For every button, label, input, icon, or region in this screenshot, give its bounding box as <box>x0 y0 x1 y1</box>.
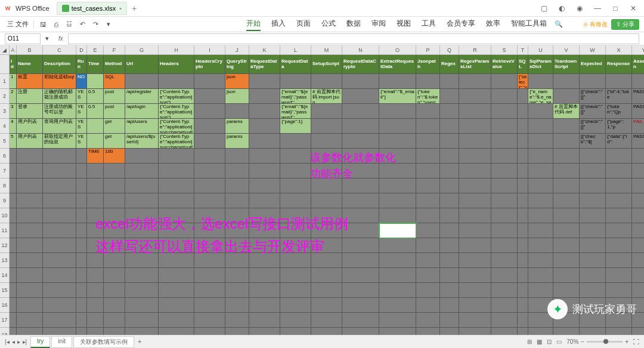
cell[interactable] <box>76 298 87 313</box>
cell[interactable] <box>17 178 43 193</box>
cell[interactable] <box>159 283 194 298</box>
cell[interactable] <box>440 253 459 268</box>
cell[interactable] <box>379 149 416 164</box>
cell[interactable] <box>87 268 104 283</box>
row-header[interactable]: 17 <box>0 313 10 328</box>
row-header[interactable]: 7 <box>0 164 10 178</box>
cell[interactable] <box>280 328 311 335</box>
cell[interactable]: SetupScript <box>311 55 342 74</box>
cell[interactable]: RequestDataCrypto <box>342 55 379 74</box>
cell[interactable] <box>528 313 553 328</box>
cell[interactable]: {"Content-Type":"application/json"} <box>159 104 194 119</box>
col-header[interactable]: S <box>491 45 518 55</box>
cell[interactable] <box>342 253 379 268</box>
cell[interactable] <box>459 74 491 89</box>
cell[interactable] <box>76 178 87 193</box>
cell[interactable] <box>580 283 606 298</box>
cell[interactable] <box>159 164 194 178</box>
menu-tab-智能工具箱[interactable]: 智能工具箱 <box>511 17 547 31</box>
cell[interactable] <box>416 178 440 193</box>
cell[interactable] <box>10 298 17 313</box>
cell[interactable] <box>580 149 606 164</box>
cell[interactable] <box>632 178 644 193</box>
cell[interactable] <box>491 313 518 328</box>
cell[interactable] <box>580 74 606 89</box>
col-header[interactable]: B <box>17 45 43 55</box>
cell[interactable] <box>311 328 342 335</box>
search-icon[interactable]: 🔍 <box>554 20 564 29</box>
cell[interactable]: {"e_name":"$.e_name","e_salary":"$.sale <box>528 89 553 104</box>
cell[interactable] <box>87 313 104 328</box>
cell[interactable] <box>342 238 379 253</box>
cell[interactable] <box>518 119 528 134</box>
cell[interactable] <box>225 238 249 253</box>
cell[interactable] <box>76 283 87 298</box>
cell[interactable] <box>311 238 342 253</box>
cell[interactable]: Headers <box>159 55 194 74</box>
cell[interactable] <box>17 238 43 253</box>
cell[interactable] <box>43 283 76 298</box>
save-icon[interactable]: 🖫 <box>38 20 48 29</box>
cell[interactable] <box>311 268 342 283</box>
cell[interactable] <box>159 178 194 193</box>
cell[interactable]: RetrieveValue <box>491 55 518 74</box>
changes-badge[interactable]: ⊙ 有修改 <box>583 20 608 29</box>
cell[interactable] <box>606 223 632 238</box>
cell[interactable]: {"email":"$_email"} <box>379 89 416 104</box>
cell[interactable] <box>606 283 632 298</box>
cell[interactable]: 注册 <box>17 89 43 104</box>
cell[interactable] <box>249 253 280 268</box>
cell[interactable] <box>43 223 76 238</box>
cell[interactable]: {"data":{"id": <box>606 134 632 149</box>
cell[interactable] <box>159 253 194 268</box>
cell[interactable] <box>342 268 379 283</box>
cell[interactable] <box>104 178 125 193</box>
cell[interactable] <box>518 193 528 208</box>
cell[interactable] <box>311 134 342 149</box>
cell[interactable] <box>491 149 518 164</box>
cell[interactable] <box>280 149 311 164</box>
cell[interactable] <box>194 149 225 164</box>
cell[interactable] <box>518 298 528 313</box>
cell[interactable] <box>76 149 87 164</box>
cell[interactable] <box>10 238 17 253</box>
cell[interactable] <box>43 238 76 253</box>
cell[interactable] <box>87 208 104 223</box>
cell[interactable] <box>416 253 440 268</box>
cell[interactable] <box>440 178 459 193</box>
cell[interactable]: {"token":"Qp <box>606 104 632 119</box>
cell[interactable] <box>280 223 311 238</box>
cell[interactable] <box>379 119 416 134</box>
menu-tab-会员专享[interactable]: 会员专享 <box>447 17 475 31</box>
cell[interactable] <box>459 119 491 134</box>
cell[interactable] <box>580 178 606 193</box>
cell[interactable] <box>342 164 379 178</box>
cell[interactable]: get <box>104 134 125 149</box>
redo-icon[interactable]: ↷ <box>91 20 100 29</box>
col-header[interactable]: M <box>311 45 342 55</box>
cell[interactable] <box>311 74 342 89</box>
cell[interactable] <box>518 134 528 149</box>
cell[interactable] <box>225 149 249 164</box>
col-header[interactable]: H <box>159 45 194 55</box>
cell[interactable] <box>87 223 104 238</box>
cell[interactable] <box>416 208 440 223</box>
cell[interactable] <box>43 328 76 335</box>
cell[interactable] <box>194 208 225 223</box>
cell[interactable] <box>379 268 416 283</box>
row-header[interactable] <box>0 55 10 74</box>
cell[interactable] <box>528 149 553 164</box>
cell[interactable] <box>342 119 379 134</box>
cell[interactable]: ["select","sel <box>518 74 528 89</box>
sheet-tab[interactable]: try <box>30 336 50 348</box>
cell[interactable]: FAIL <box>632 119 644 134</box>
cell[interactable] <box>311 178 342 193</box>
cell[interactable] <box>580 313 606 328</box>
cell[interactable]: {"id":4,"toke <box>606 89 632 104</box>
cell[interactable] <box>440 74 459 89</box>
cell[interactable] <box>528 328 553 335</box>
menu-tab-开始[interactable]: 开始 <box>246 17 261 31</box>
col-header[interactable]: D <box>76 45 87 55</box>
cell[interactable] <box>125 313 159 328</box>
sheet-nav-prev[interactable]: ◂ <box>12 338 15 345</box>
